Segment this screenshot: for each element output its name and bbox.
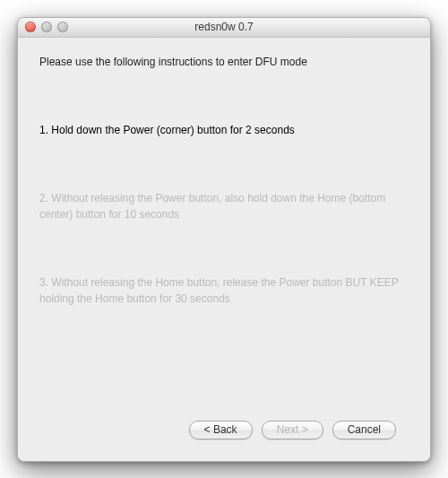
- app-window: redsn0w 0.7 Please use the following ins…: [17, 17, 431, 462]
- step-2: 2. Without releasing the Power button, a…: [39, 190, 409, 222]
- intro-text: Please use the following instructions to…: [39, 56, 409, 68]
- close-icon[interactable]: [25, 22, 36, 32]
- step-3: 3. Without releasing the Home button, re…: [39, 274, 409, 307]
- back-button[interactable]: < Back: [189, 421, 253, 439]
- zoom-icon: [57, 22, 68, 32]
- minimize-icon: [41, 22, 52, 32]
- step-1: 1. Hold down the Power (corner) button f…: [39, 122, 409, 138]
- window-title: redsn0w 0.7: [18, 21, 430, 33]
- titlebar[interactable]: redsn0w 0.7: [18, 18, 430, 38]
- next-button: Next >: [262, 421, 323, 439]
- content-area: Please use the following instructions to…: [18, 38, 430, 461]
- cancel-button[interactable]: Cancel: [332, 421, 396, 439]
- button-row: < Back Next > Cancel: [39, 410, 409, 452]
- traffic-lights: [25, 22, 68, 32]
